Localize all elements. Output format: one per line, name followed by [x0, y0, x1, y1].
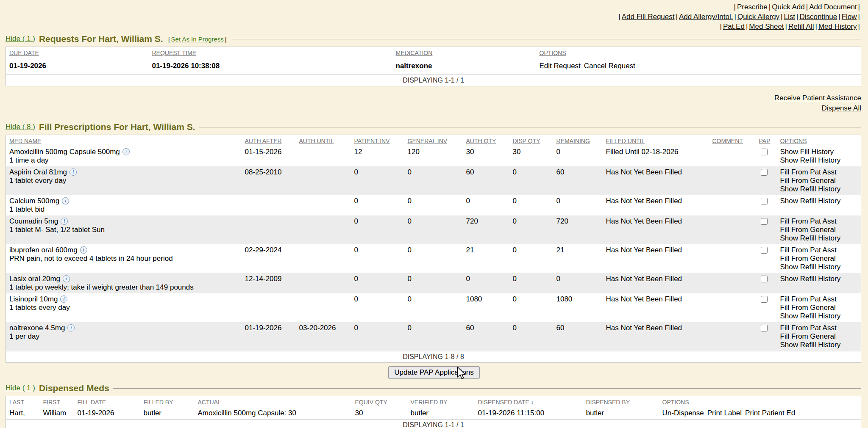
col-header-pap: PAP	[756, 135, 777, 146]
top-nav: |Prescribe|Quick Add|Add Document| |Add …	[0, 0, 868, 31]
pap-checkbox[interactable]	[761, 325, 768, 331]
nav-link-med-history[interactable]: Med History	[818, 22, 857, 30]
fill-from-pat-asst-link[interactable]: Fill From Pat Asst	[780, 168, 858, 177]
un-dispense-link[interactable]: Un-Dispense	[662, 409, 704, 417]
general-inv-cell: 0	[404, 273, 463, 293]
dispensed-section-title: Dispensed Meds	[39, 383, 109, 393]
nav-link-add-allergy-intol[interactable]: Add Allergy/Intol.	[679, 13, 733, 21]
auth-qty-cell: 0	[463, 273, 509, 293]
disp-qty-cell: 0	[509, 244, 553, 273]
general-inv-cell: 0	[404, 166, 463, 195]
pap-checkbox[interactable]	[761, 198, 768, 204]
nav-link-pat-ed[interactable]: Pat.Ed	[723, 22, 745, 30]
dispense-all-link[interactable]: Dispense All	[0, 103, 861, 113]
show-refill-history-link[interactable]: Show Refill History	[780, 197, 858, 205]
fill-from-general-link[interactable]: Fill From General	[780, 177, 858, 185]
update-pap-applications-button[interactable]: Update PAP Applications	[388, 366, 479, 379]
info-icon[interactable]: i	[80, 246, 87, 254]
pap-checkbox[interactable]	[761, 218, 768, 225]
pap-checkbox[interactable]	[761, 149, 768, 155]
fill-from-pat-asst-link[interactable]: Fill From Pat Asst	[780, 246, 858, 254]
med-name-cell: naltrexone 4.5mgi 1 per day	[6, 322, 242, 351]
auth-until-cell	[296, 244, 351, 273]
col-header-medication: MEDICATION	[392, 47, 536, 58]
patient-inv-cell: 0	[351, 195, 404, 215]
pap-checkbox[interactable]	[761, 169, 768, 176]
col-header-patient-inv: PATIENT INV	[351, 135, 404, 146]
med-name: Calcium 500mg	[9, 197, 59, 205]
fill-from-general-link[interactable]: Fill From General	[780, 226, 858, 234]
nav-link-add-document[interactable]: Add Document	[809, 3, 857, 11]
receive-patient-assistance-link[interactable]: Receive Patient Assistance	[0, 93, 861, 103]
pap-cell	[756, 322, 777, 351]
show-refill-history-link[interactable]: Show Refill History	[780, 185, 858, 193]
info-icon[interactable]: i	[70, 168, 77, 176]
fill-from-general-link[interactable]: Fill From General	[780, 254, 858, 263]
col-header-auth-after: AUTH AFTER	[242, 135, 296, 146]
fill-from-pat-asst-link[interactable]: Fill From Pat Asst	[780, 217, 858, 226]
fill-from-pat-asst-link[interactable]: Fill From Pat Asst	[780, 324, 858, 332]
fill-row-naltrexone: naltrexone 4.5mgi 1 per day 01-19-2026 0…	[6, 322, 861, 351]
fill-from-general-link[interactable]: Fill From General	[780, 332, 858, 341]
dispensed-options-cell: Un-DispensePrint LabelPrint Patient Ed	[659, 407, 861, 420]
hide-fill-link[interactable]: Hide ( 8 )	[6, 123, 35, 131]
hide-requests-link[interactable]: Hide ( 1 )	[6, 35, 35, 43]
show-refill-history-link[interactable]: Show Refill History	[780, 263, 858, 271]
separator: |	[618, 13, 620, 21]
info-icon[interactable]: i	[61, 218, 68, 225]
med-sig: 1 tablet bid	[9, 205, 238, 214]
separator: |	[858, 3, 860, 11]
auth-qty-cell: 720	[463, 215, 509, 244]
fill-from-general-link[interactable]: Fill From General	[780, 304, 858, 312]
pap-checkbox[interactable]	[761, 276, 768, 282]
col-header-verified-by: VERIFIED BY	[407, 396, 475, 408]
requests-head-extra: |Set As In Progress|	[167, 36, 228, 43]
auth-after-cell	[242, 293, 296, 322]
comment-cell	[709, 293, 756, 322]
show-refill-history-link[interactable]: Show Refill History	[780, 312, 858, 320]
nav-link-add-fill-request[interactable]: Add Fill Request	[622, 13, 675, 21]
pap-checkbox[interactable]	[761, 296, 768, 303]
col-header-last: LAST	[6, 396, 40, 408]
nav-link-discontinue[interactable]: Discontinue	[799, 13, 837, 21]
print-label-link[interactable]: Print Label	[707, 409, 742, 417]
show-refill-history-link[interactable]: Show Refill History	[780, 341, 858, 349]
nav-link-flow[interactable]: Flow	[842, 13, 857, 21]
dispensed-row: Hart, William 01-19-2026 butler Amoxicil…	[6, 407, 861, 420]
actual-cell: Amoxicillin 500mg Capsule: 30	[195, 407, 352, 420]
fill-from-pat-asst-link[interactable]: Fill From Pat Asst	[780, 295, 858, 304]
nav-link-quick-add[interactable]: Quick Add	[772, 3, 805, 11]
cancel-request-link[interactable]: Cancel Request	[584, 62, 635, 70]
remaining-cell: 21	[553, 244, 603, 273]
hide-dispensed-link[interactable]: Hide ( 1 )	[6, 384, 35, 392]
nav-link-prescribe[interactable]: Prescribe	[737, 3, 768, 11]
show-refill-history-link[interactable]: Show Refill History	[780, 234, 858, 243]
med-sig: 1 per day	[9, 332, 238, 341]
info-icon[interactable]: i	[63, 275, 70, 282]
comment-cell	[709, 322, 756, 351]
show-fill-history-link[interactable]: Show Fill History	[780, 148, 858, 156]
pap-cell	[756, 293, 777, 322]
info-icon[interactable]: i	[62, 197, 69, 204]
show-refill-history-link[interactable]: Show Refill History	[780, 156, 858, 165]
col-header-dispensed-date[interactable]: DISPENSED DATE↓	[475, 396, 583, 408]
nav-link-list[interactable]: List	[784, 13, 795, 21]
print-patient-ed-link[interactable]: Print Patient Ed	[745, 409, 795, 417]
info-icon[interactable]: i	[60, 295, 67, 303]
remaining-cell: 0	[553, 273, 603, 293]
pap-checkbox[interactable]	[761, 247, 768, 254]
fill-displaying: DISPLAYING 1-8 / 8	[6, 351, 861, 363]
info-icon[interactable]: i	[122, 148, 130, 155]
options-cell: Show Refill History	[777, 195, 861, 215]
info-icon[interactable]: i	[67, 324, 75, 331]
show-refill-history-link[interactable]: Show Refill History	[780, 275, 858, 283]
nav-link-med-sheet[interactable]: Med Sheet	[749, 22, 784, 30]
med-name-cell: Lasix oral 20mgi 1 tablet po weekly; tak…	[6, 273, 242, 293]
set-as-in-progress-link[interactable]: Set As In Progress	[171, 36, 224, 43]
auth-until-cell	[296, 146, 351, 166]
nav-link-refill-all[interactable]: Refill All	[788, 22, 814, 30]
edit-request-link[interactable]: Edit Request	[540, 62, 581, 70]
disp-qty-cell: 0	[509, 273, 553, 293]
auth-until-cell: 03-20-2026	[296, 322, 351, 351]
nav-link-quick-allergy[interactable]: Quick Allergy	[737, 13, 779, 21]
